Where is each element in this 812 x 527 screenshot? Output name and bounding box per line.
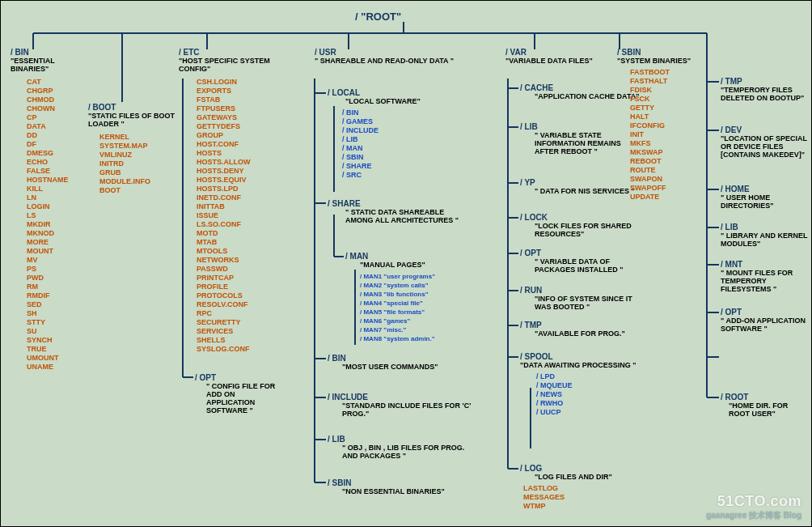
list-item: HOSTNAME [27, 176, 87, 185]
boot-block: / BOOT "STATIC FILES OF BOOT LOADER " KE… [88, 103, 177, 195]
usr-local-desc: "LOCAL SOFTWARE" [345, 97, 449, 105]
list-item: RM [27, 283, 87, 291]
home-desc: " USER HOME DIRECTORIES" [721, 193, 808, 210]
optR-desc: " ADD-ON APPLICATION SOFTWARE " [721, 317, 808, 333]
usr-include-label: / INCLUDE [328, 393, 473, 402]
list-item: / UUCP [536, 408, 649, 417]
watermark: 51CTO.com gaanagree 技术博客 Blog [706, 493, 801, 521]
list-item: MKFS [630, 139, 706, 148]
usr-local-block: / LOCAL "LOCAL SOFTWARE" / BIN/ GAMES/ I… [328, 88, 449, 180]
sbin-block: / SBIN "SYSTEM BINARIES" FASTBOOTFASTHAL… [617, 48, 706, 202]
etc-desc: "HOST SPECIFIC SYSTEM CONFIG" [179, 57, 292, 73]
list-item: LASTLOG [523, 484, 649, 493]
usr-include: / INCLUDE "STANDARD INCLUDE FILES FOR 'C… [328, 393, 473, 418]
list-item: FALSE [27, 167, 87, 176]
list-item: FASTBOOT [630, 68, 706, 77]
list-item: EXPORTS [197, 87, 292, 96]
list-item: UNAME [27, 363, 87, 372]
list-item: RPC [197, 309, 292, 318]
var-run-label: / RUN [520, 286, 649, 295]
usr-block: / USR " SHAREABLE AND READ-ONLY DATA " [315, 48, 476, 65]
list-item: HOSTS.EQUIV [197, 176, 292, 185]
var-spool-items: / LPD/ MQUEUE/ NEWS/ RWHO/ UUCP [536, 372, 649, 417]
var-log-items: LASTLOGMESSAGESWTMP [523, 484, 649, 511]
list-item: MORE [27, 238, 87, 247]
list-item: HOSTS [197, 149, 292, 158]
list-item: SU [27, 327, 87, 336]
list-item: DD [27, 131, 87, 140]
opt-etc-block: / OPT " CONFIG FILE FOR ADD ON APPLICATI… [195, 373, 284, 414]
list-item: HOSTS.LPD [197, 185, 292, 193]
var-log-desc: "LOG FILES AND DIR" [535, 473, 649, 481]
list-item: FSTAB [197, 96, 292, 104]
var-lock-desc: "LOCK FILES FOR SHARED RESOURCES" [535, 222, 649, 238]
list-item: / INCLUDE [342, 126, 449, 135]
usr-sbin-desc: "NON ESSENTIAL BINARIES" [342, 487, 473, 495]
usr-share-block: / SHARE " STATIC DATA SHAREABLE AMONG AL… [328, 199, 473, 224]
list-item: WTMP [523, 502, 649, 511]
var-lock: / LOCK "LOCK FILES FOR SHARED RESOURCES" [520, 213, 649, 238]
list-item: REBOOT [630, 157, 706, 166]
list-item: / MAN [342, 144, 449, 153]
usr-local-label: / LOCAL [328, 88, 449, 97]
usr-desc: " SHAREABLE AND READ-ONLY DATA " [315, 57, 476, 65]
list-item: GATEWAYS [197, 113, 292, 122]
list-item: CHOWN [27, 104, 87, 113]
usr-man-label: / MAN [345, 252, 499, 261]
usr-lib-label: / LIB [328, 435, 473, 444]
sbin-desc: "SYSTEM BINARIES" [617, 57, 706, 65]
list-item: LN [27, 193, 87, 202]
list-item: KILL [27, 185, 87, 193]
lib-desc: " LIBRARY AND KERNEL MODULES" [721, 232, 808, 248]
usr-label: / USR [315, 48, 476, 57]
list-item: KERNEL [99, 133, 177, 142]
list-item: MOTD [197, 229, 292, 238]
list-item: DMESG [27, 149, 87, 158]
list-item: INITTAB [197, 202, 292, 211]
opt-etc-label: / OPT [195, 373, 284, 382]
list-item: / BIN [342, 108, 449, 117]
list-item: SWAPOFF [630, 184, 706, 193]
var-spool-desc: "DATA AWAITING PROCESSING " [520, 361, 649, 369]
list-item: / MAN4 "special file" [360, 299, 499, 308]
root-label: / "ROOT" [355, 11, 401, 23]
lib-label: / LIB [721, 223, 808, 232]
var-run-desc: "INFO OF SYSTEM SINCE IT WAS BOOTED " [535, 295, 649, 311]
tmp-label: / TMP [721, 77, 808, 86]
list-item: / SHARE [342, 162, 449, 171]
var-run: / RUN "INFO OF SYSTEM SINCE IT WAS BOOTE… [520, 286, 649, 311]
list-item: ISSUE [197, 211, 292, 220]
etc-block: / ETC "HOST SPECIFIC SYSTEM CONFIG" CSH.… [179, 48, 292, 354]
list-item: SERVICES [197, 327, 292, 336]
list-item: IFCONFIG [630, 121, 706, 130]
usr-man-desc: "MANUAL PAGES" [360, 261, 499, 269]
list-item: ROUTE [630, 166, 706, 175]
list-item: DATA [27, 122, 87, 131]
list-item: MTAB [197, 238, 292, 247]
list-item: MKNOD [27, 229, 87, 238]
usr-man-items: / MAN1 "user programs"/ MAN2 "system cal… [360, 272, 499, 343]
etc-label: / ETC [179, 48, 292, 57]
list-item: ECHO [27, 158, 87, 167]
lib-block: / LIB " LIBRARY AND KERNEL MODULES" [721, 223, 808, 248]
list-item: / LIB [342, 135, 449, 144]
list-item: SECURETTY [197, 318, 292, 327]
list-item: SYSLOG.CONF [197, 345, 292, 354]
list-item: PROTOCOLS [197, 291, 292, 300]
list-item: / SBIN [342, 153, 449, 162]
var-tmp: / TMP "AVAILABLE FOR PROG." [520, 321, 649, 338]
boot-desc: "STATIC FILES OF BOOT LOADER " [88, 112, 177, 128]
list-item: FASTHALT [630, 77, 706, 86]
list-item: SED [27, 300, 87, 309]
list-item: / MAN6 "games" [360, 317, 499, 325]
list-item: VMLINUZ [99, 151, 177, 159]
boot-label: / BOOT [88, 103, 177, 112]
list-item: SH [27, 309, 87, 318]
bin-items: CATCHGRPCHMODCHOWNCPDATADDDFDMESGECHOFAL… [27, 78, 87, 372]
watermark-sub: gaanagree 技术博客 Blog [706, 510, 801, 521]
list-item: SWAPON [630, 175, 706, 184]
list-item: LS [27, 211, 87, 220]
var-log-label: / LOG [520, 464, 649, 473]
list-item: MKSWAP [630, 148, 706, 157]
var-tmp-desc: "AVAILABLE FOR PROG." [535, 329, 649, 338]
